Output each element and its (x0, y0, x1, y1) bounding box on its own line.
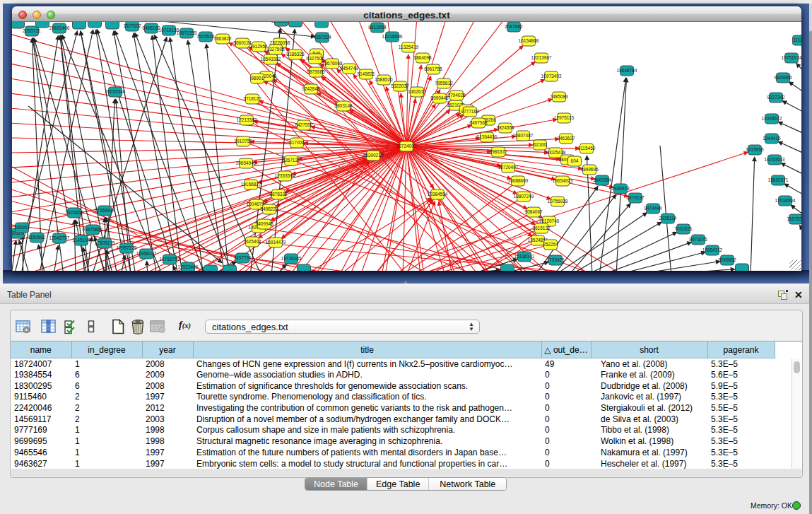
svg-text:12975115: 12975115 (554, 115, 575, 120)
svg-text:1733426: 1733426 (546, 257, 565, 262)
svg-text:7955812: 7955812 (435, 81, 453, 86)
svg-text:3267130: 3267130 (282, 158, 300, 163)
svg-text:18724007: 18724007 (396, 144, 417, 148)
svg-text:12213967: 12213967 (531, 55, 552, 60)
svg-text:3912954: 3912954 (249, 44, 268, 49)
svg-text:16543382: 16543382 (261, 57, 281, 62)
svg-text:12093572: 12093572 (762, 116, 782, 121)
svg-text:19654923: 19654923 (553, 178, 573, 183)
svg-text:1910755: 1910755 (234, 139, 252, 144)
svg-text:8186328: 8186328 (286, 52, 305, 57)
svg-text:10807487: 10807487 (513, 133, 534, 138)
svg-text:2055721: 2055721 (23, 28, 41, 33)
svg-text:10756928: 10756928 (548, 199, 568, 204)
svg-text:9899695: 9899695 (580, 167, 599, 172)
svg-text:16782759: 16782759 (160, 257, 180, 262)
svg-text:19384554: 19384554 (428, 192, 448, 197)
svg-text:12213382: 12213382 (237, 117, 257, 122)
svg-text:1150682: 1150682 (28, 235, 46, 240)
svg-text:2803144: 2803144 (334, 103, 353, 108)
svg-text:604: 604 (571, 158, 579, 163)
svg-text:6794028: 6794028 (447, 93, 466, 98)
svg-text:7625402: 7625402 (243, 239, 261, 244)
svg-text:535061: 535061 (14, 225, 30, 230)
svg-text:1362615: 1362615 (408, 89, 426, 94)
svg-text:2935114: 2935114 (659, 216, 677, 221)
svg-text:1615132: 1615132 (532, 226, 551, 230)
svg-text:417006: 417006 (289, 140, 305, 145)
svg-text:18807249: 18807249 (514, 194, 534, 199)
svg-text:2718120: 2718120 (243, 96, 261, 101)
svg-text:9327508: 9327508 (306, 56, 324, 61)
svg-text:10973493: 10973493 (541, 74, 562, 78)
svg-text:17957225: 17957225 (117, 245, 137, 250)
svg-text:9115460: 9115460 (578, 146, 596, 151)
svg-text:1527602: 1527602 (123, 23, 141, 28)
svg-text:9327505: 9327505 (266, 47, 285, 52)
svg-text:5322037: 5322037 (391, 83, 409, 88)
svg-text:252254: 252254 (543, 242, 558, 247)
svg-text:8471676: 8471676 (689, 237, 707, 242)
svg-text:6466160: 6466160 (142, 25, 160, 30)
svg-text:9227342: 9227342 (767, 95, 785, 100)
svg-text:8813054: 8813054 (368, 25, 387, 30)
svg-text:9146821: 9146821 (357, 71, 375, 76)
svg-text:7663822: 7663822 (213, 36, 232, 41)
svg-text:10654112: 10654112 (702, 247, 723, 252)
svg-text:62160: 62160 (534, 142, 546, 147)
svg-text:11125: 11125 (793, 37, 801, 42)
svg-text:5498222: 5498222 (260, 206, 278, 211)
svg-text:15692971: 15692971 (768, 177, 789, 182)
svg-text:3824554: 3824554 (496, 125, 514, 130)
svg-text:10958107: 10958107 (136, 251, 157, 256)
svg-text:9463627: 9463627 (557, 136, 575, 141)
svg-text:5875685: 5875685 (307, 69, 325, 74)
svg-text:9329966: 9329966 (774, 75, 792, 80)
svg-text:16671355: 16671355 (177, 30, 197, 35)
svg-text:15136141: 15136141 (514, 254, 535, 259)
svg-text:16210643: 16210643 (765, 157, 785, 162)
svg-text:9777169: 9777169 (461, 109, 479, 114)
svg-text:7986372: 7986372 (489, 149, 507, 154)
svg-text:6497568: 6497568 (469, 120, 488, 125)
svg-text:17359924: 17359924 (95, 208, 115, 213)
svg-text:15300215: 15300215 (363, 153, 384, 158)
svg-text:2020656: 2020656 (65, 210, 83, 215)
svg-text:5938923: 5938923 (611, 186, 630, 191)
svg-text:1409948: 1409948 (255, 221, 273, 226)
svg-text:8660124: 8660124 (233, 40, 252, 45)
svg-text:7632621: 7632621 (674, 226, 693, 231)
svg-text:15751074: 15751074 (782, 55, 801, 60)
svg-text:9242845: 9242845 (302, 86, 320, 91)
svg-text:16120746: 16120746 (539, 218, 560, 223)
svg-text:20691406: 20691406 (49, 25, 70, 30)
svg-text:10025438: 10025438 (546, 150, 566, 155)
svg-text:9474444: 9474444 (644, 206, 662, 211)
svg-text:20053346: 20053346 (105, 89, 126, 94)
svg-text:10688609: 10688609 (508, 178, 529, 183)
svg-text:12942757: 12942757 (49, 235, 70, 240)
svg-text:16154808: 16154808 (519, 38, 539, 43)
svg-text:15720407: 15720407 (498, 165, 519, 170)
svg-text:12218506: 12218506 (382, 34, 403, 39)
svg-text:12923466: 12923466 (178, 264, 199, 269)
svg-text:6961758: 6961758 (424, 66, 442, 71)
svg-text:16648784: 16648784 (617, 68, 637, 73)
svg-text:1864098: 1864098 (413, 55, 432, 60)
svg-text:17016504: 17016504 (775, 198, 796, 203)
svg-text:93975867: 93975867 (83, 227, 103, 232)
svg-text:9084067: 9084067 (524, 209, 543, 214)
svg-text:12353594: 12353594 (275, 173, 295, 178)
svg-text:98901: 98901 (251, 76, 264, 81)
svg-text:9457791: 9457791 (233, 255, 252, 260)
svg-text:6879197: 6879197 (626, 195, 645, 200)
svg-text:1244415: 1244415 (763, 136, 781, 141)
svg-text:7515524: 7515524 (196, 34, 215, 39)
svg-text:1588520: 1588520 (375, 77, 393, 82)
svg-text:8990448: 8990448 (430, 95, 449, 100)
svg-text:19166827: 19166827 (241, 182, 261, 187)
svg-text:10654945: 10654945 (236, 160, 257, 165)
svg-text:1167533: 1167533 (787, 216, 801, 221)
svg-text:8427552: 8427552 (295, 122, 313, 127)
svg-text:23676068: 23676068 (322, 61, 343, 66)
